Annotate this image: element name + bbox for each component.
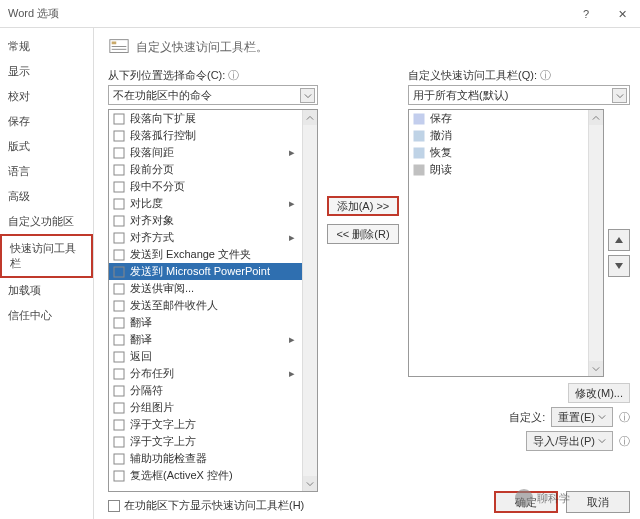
svg-rect-5 <box>114 131 124 141</box>
svg-rect-13 <box>114 267 124 277</box>
scroll-down-icon[interactable] <box>303 476 317 491</box>
list-item[interactable]: 分组图片 <box>109 399 302 416</box>
reset-button[interactable]: 重置(E) <box>551 407 613 427</box>
sidebar-item[interactable]: 常规 <box>0 34 93 59</box>
qat-icon <box>108 36 130 58</box>
list-item[interactable]: 浮于文字上方 <box>109 433 302 450</box>
list-item[interactable]: 分隔符 <box>109 382 302 399</box>
scroll-up-icon[interactable] <box>303 110 317 125</box>
list-item[interactable]: 对齐对象 <box>109 212 302 229</box>
svg-rect-24 <box>114 454 124 464</box>
list-item[interactable]: 发送到 Microsoft PowerPoint <box>109 263 302 280</box>
svg-rect-2 <box>112 46 127 47</box>
scroll-up-icon[interactable] <box>589 110 603 125</box>
list-item[interactable]: 朗读 <box>409 161 588 178</box>
sidebar-item[interactable]: 加载项 <box>0 278 93 303</box>
chevron-down-icon[interactable] <box>612 88 627 103</box>
list-item[interactable]: 发送供审阅... <box>109 280 302 297</box>
sidebar-item[interactable]: 校对 <box>0 84 93 109</box>
checkbox-label: 在功能区下方显示快速访问工具栏(H) <box>124 498 304 513</box>
svg-rect-27 <box>414 131 424 141</box>
svg-rect-23 <box>114 437 124 447</box>
svg-rect-12 <box>114 250 124 260</box>
svg-rect-26 <box>414 114 424 124</box>
svg-rect-11 <box>114 233 124 243</box>
svg-rect-1 <box>112 42 117 45</box>
close-icon[interactable]: ✕ <box>604 0 640 28</box>
window-title: Word 选项 <box>8 6 59 21</box>
scrollbar[interactable] <box>302 110 317 491</box>
list-item[interactable]: 段前分页 <box>109 161 302 178</box>
svg-rect-3 <box>112 49 127 50</box>
add-button[interactable]: 添加(A) >> <box>327 196 399 216</box>
sidebar-item[interactable]: 保存 <box>0 109 93 134</box>
chevron-down-icon[interactable] <box>300 88 315 103</box>
titlebar: Word 选项 ? ✕ <box>0 0 640 28</box>
svg-rect-7 <box>114 165 124 175</box>
right-combo[interactable]: 用于所有文档(默认) <box>408 85 630 105</box>
info-icon: ⓘ <box>619 434 630 449</box>
svg-rect-9 <box>114 199 124 209</box>
svg-rect-15 <box>114 301 124 311</box>
svg-rect-22 <box>114 420 124 430</box>
list-item[interactable]: 返回 <box>109 348 302 365</box>
svg-rect-4 <box>114 114 124 124</box>
sidebar-item[interactable]: 快速访问工具栏 <box>0 234 93 278</box>
list-item[interactable]: 发送至邮件收件人 <box>109 297 302 314</box>
list-item[interactable]: 翻译 <box>109 314 302 331</box>
sidebar-item[interactable]: 显示 <box>0 59 93 84</box>
list-item[interactable]: 撤消 <box>409 127 588 144</box>
list-item[interactable]: 浮于文字上方 <box>109 416 302 433</box>
svg-rect-16 <box>114 318 124 328</box>
sidebar-item[interactable]: 语言 <box>0 159 93 184</box>
svg-rect-20 <box>114 386 124 396</box>
list-item[interactable]: 对比度▸ <box>109 195 302 212</box>
list-item[interactable]: 辅助功能检查器 <box>109 450 302 467</box>
svg-rect-25 <box>114 471 124 481</box>
list-item[interactable]: 对齐方式▸ <box>109 229 302 246</box>
list-item[interactable]: 保存 <box>409 110 588 127</box>
svg-rect-6 <box>114 148 124 158</box>
sidebar-item[interactable]: 自定义功能区 <box>0 209 93 234</box>
move-up-button[interactable] <box>608 229 630 251</box>
help-icon[interactable]: ? <box>568 0 604 28</box>
left-combo[interactable]: 不在功能区中的命令 <box>108 85 318 105</box>
sidebar-item[interactable]: 版式 <box>0 134 93 159</box>
list-item[interactable]: 分布任列▸ <box>109 365 302 382</box>
list-item[interactable]: 恢复 <box>409 144 588 161</box>
svg-rect-17 <box>114 335 124 345</box>
watermark-icon <box>515 489 533 507</box>
right-label: 自定义快速访问工具栏(Q): ⓘ <box>408 68 630 83</box>
list-item[interactable]: 翻译▸ <box>109 331 302 348</box>
list-item[interactable]: 段中不分页 <box>109 178 302 195</box>
scrollbar[interactable] <box>588 110 603 376</box>
header-text: 自定义快速访问工具栏。 <box>136 39 268 56</box>
svg-rect-14 <box>114 284 124 294</box>
sidebar-item[interactable]: 高级 <box>0 184 93 209</box>
sidebar-item[interactable]: 信任中心 <box>0 303 93 328</box>
list-item[interactable]: 发送到 Exchange 文件夹 <box>109 246 302 263</box>
scroll-down-icon[interactable] <box>589 361 603 376</box>
list-item[interactable]: 段落孤行控制 <box>109 127 302 144</box>
import-export-button[interactable]: 导入/导出(P) <box>526 431 613 451</box>
left-listbox[interactable]: 段落向下扩展段落孤行控制段落间距▸段前分页段中不分页对比度▸对齐对象对齐方式▸发… <box>108 109 318 492</box>
svg-rect-28 <box>414 148 424 158</box>
sidebar: 常规显示校对保存版式语言高级自定义功能区快速访问工具栏加载项信任中心 <box>0 28 94 519</box>
list-item[interactable]: 段落间距▸ <box>109 144 302 161</box>
custom-label: 自定义: <box>509 410 545 425</box>
svg-rect-21 <box>114 403 124 413</box>
modify-button[interactable]: 修改(M)... <box>568 383 630 403</box>
svg-rect-29 <box>414 165 424 175</box>
right-listbox[interactable]: 保存撤消恢复朗读 <box>408 109 604 377</box>
left-label: 从下列位置选择命令(C): ⓘ <box>108 68 318 83</box>
remove-button[interactable]: << 删除(R) <box>327 224 399 244</box>
list-item[interactable]: 复选框(ActiveX 控件) <box>109 467 302 484</box>
svg-rect-10 <box>114 216 124 226</box>
cancel-button[interactable]: 取消 <box>566 491 630 513</box>
move-down-button[interactable] <box>608 255 630 277</box>
svg-rect-8 <box>114 182 124 192</box>
svg-rect-19 <box>114 369 124 379</box>
watermark: 聊科学 <box>515 489 570 507</box>
checkbox[interactable] <box>108 500 120 512</box>
list-item[interactable]: 段落向下扩展 <box>109 110 302 127</box>
